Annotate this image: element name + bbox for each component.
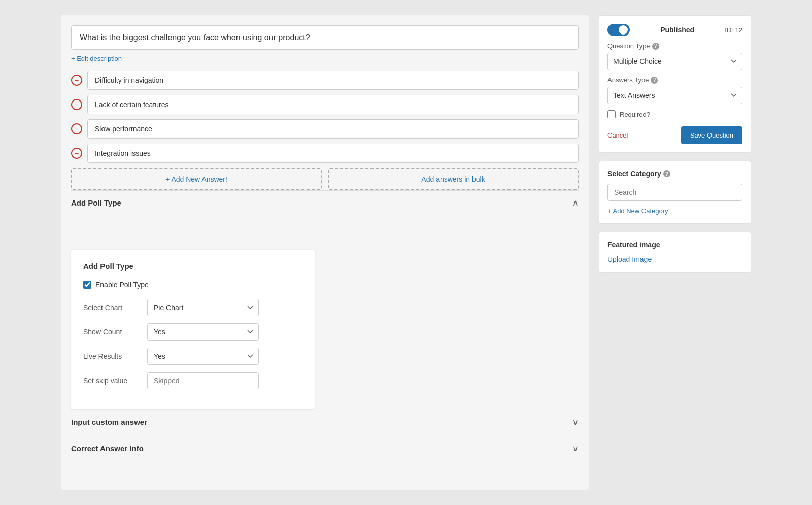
- skip-value-label: Set skip value: [83, 377, 139, 385]
- minus-circle-icon: −: [71, 123, 82, 134]
- publish-row: Published ID: 12: [607, 24, 742, 36]
- answer-row: −: [71, 144, 579, 163]
- enable-poll-type-checkbox[interactable]: [83, 281, 91, 289]
- answers-type-dropdown[interactable]: Text Answers Image Answers: [607, 87, 742, 104]
- question-type-group: Question Type ? Multiple Choice Single C…: [607, 42, 742, 70]
- answer-input-2[interactable]: [87, 95, 579, 114]
- upload-image-link[interactable]: Upload Image: [607, 255, 652, 263]
- poll-type-header: [71, 225, 579, 240]
- poll-type-title: Add Poll Type: [83, 262, 302, 271]
- select-chart-row: Select Chart Pie Chart Bar Chart Line Ch…: [83, 299, 302, 316]
- cancel-button[interactable]: Cancel: [607, 131, 628, 139]
- select-category-card: Select Category ? + Add New Category: [599, 161, 751, 224]
- publish-card: Published ID: 12 Question Type ? Multipl…: [599, 15, 751, 153]
- answer-input-3[interactable]: [87, 119, 579, 139]
- add-answers-bulk-button[interactable]: Add answers in bulk: [328, 168, 579, 190]
- select-chart-label: Select Chart: [83, 304, 139, 312]
- chevron-down-icon: ∨: [572, 417, 579, 427]
- edit-description-link[interactable]: + Edit description: [71, 55, 122, 62]
- remove-answer-4-button[interactable]: −: [71, 148, 82, 159]
- add-buttons-row: + Add New Answer! Add answers in bulk: [71, 168, 579, 190]
- answer-row: −: [71, 95, 579, 114]
- show-count-dropdown[interactable]: Yes No: [147, 323, 259, 341]
- question-title-input[interactable]: [71, 25, 579, 50]
- input-custom-answer-label: Input custom answer: [71, 418, 147, 426]
- skip-value-row: Set skip value: [83, 372, 302, 389]
- poll-type-panel: Add Poll Type Enable Poll Type Select Ch…: [71, 250, 315, 409]
- question-id-label: ID: 12: [725, 26, 742, 34]
- answers-type-help-icon: ?: [651, 77, 658, 84]
- remove-answer-3-button[interactable]: −: [71, 123, 82, 134]
- live-results-dropdown[interactable]: Yes No: [147, 348, 259, 365]
- publish-label: Published: [660, 26, 694, 34]
- featured-image-card: Featured image Upload Image: [599, 232, 751, 273]
- answers-list: − − − −: [71, 71, 579, 163]
- minus-circle-icon: −: [71, 148, 82, 159]
- answer-row: −: [71, 119, 579, 139]
- remove-answer-1-button[interactable]: −: [71, 75, 82, 86]
- poll-type-section: Add Poll Type Enable Poll Type Select Ch…: [71, 225, 579, 409]
- featured-image-title: Featured image: [607, 241, 742, 249]
- select-category-help-icon: ?: [663, 170, 670, 177]
- publish-toggle[interactable]: [607, 24, 630, 36]
- correct-answer-info-section[interactable]: Correct Answer Info ∨: [71, 435, 579, 461]
- answers-type-group: Answers Type ? Text Answers Image Answer…: [607, 76, 742, 104]
- poll-type-collapse-header[interactable]: Add Poll Type ∧: [71, 190, 579, 215]
- poll-type-collapse-label: Add Poll Type: [71, 198, 121, 207]
- minus-circle-icon: −: [71, 75, 82, 86]
- save-question-button[interactable]: Save Question: [681, 126, 742, 144]
- live-results-row: Live Results Yes No: [83, 348, 302, 365]
- minus-circle-icon: −: [71, 99, 82, 110]
- answer-input-4[interactable]: [87, 144, 579, 163]
- show-count-row: Show Count Yes No: [83, 323, 302, 341]
- chevron-up-icon: ∧: [572, 198, 579, 208]
- category-search-input[interactable]: [607, 184, 742, 201]
- correct-answer-info-label: Correct Answer Info: [71, 444, 144, 453]
- add-new-category-link[interactable]: + Add New Category: [607, 207, 668, 215]
- required-row: Required?: [607, 110, 742, 118]
- select-chart-dropdown[interactable]: Pie Chart Bar Chart Line Chart: [147, 299, 259, 316]
- required-checkbox[interactable]: [607, 110, 616, 118]
- remove-answer-2-button[interactable]: −: [71, 99, 82, 110]
- question-type-help-icon: ?: [652, 43, 659, 50]
- answers-type-label: Answers Type ?: [607, 76, 742, 84]
- input-custom-answer-section[interactable]: Input custom answer ∨: [71, 409, 579, 435]
- show-count-label: Show Count: [83, 328, 139, 336]
- required-label: Required?: [620, 111, 650, 118]
- action-row: Cancel Save Question: [607, 126, 742, 144]
- answer-input-1[interactable]: [87, 71, 579, 90]
- select-category-title: Select Category ?: [607, 170, 742, 178]
- enable-poll-type-label: Enable Poll Type: [95, 281, 149, 289]
- live-results-label: Live Results: [83, 352, 139, 360]
- chevron-down-icon: ∨: [572, 444, 579, 453]
- add-new-answer-button[interactable]: + Add New Answer!: [71, 168, 322, 190]
- answer-row: −: [71, 71, 579, 90]
- enable-poll-type-row: Enable Poll Type: [83, 281, 302, 289]
- question-type-label: Question Type ?: [607, 42, 742, 50]
- question-type-dropdown[interactable]: Multiple Choice Single Choice Dropdown: [607, 53, 742, 70]
- skip-value-input[interactable]: [147, 372, 259, 389]
